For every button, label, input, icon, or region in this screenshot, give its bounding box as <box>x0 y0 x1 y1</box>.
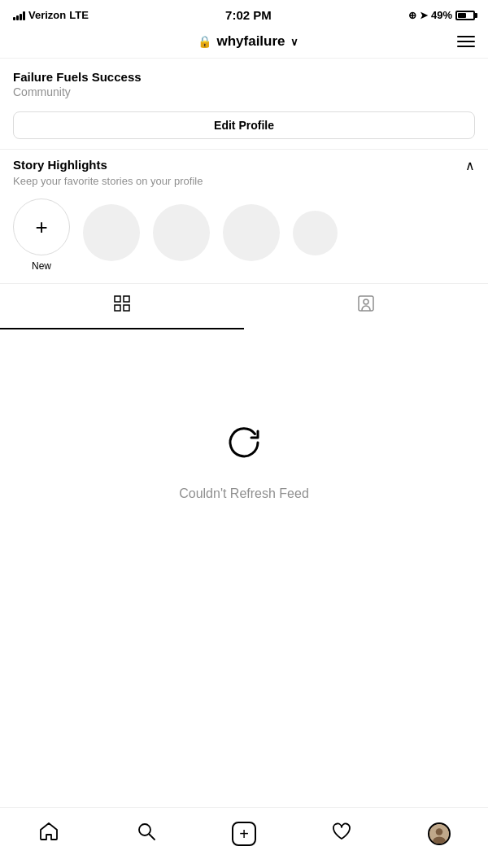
edit-profile-button[interactable]: Edit Profile <box>13 111 475 139</box>
network-label: LTE <box>69 9 89 21</box>
svg-point-9 <box>436 828 443 835</box>
highlight-circle-3 <box>223 204 280 261</box>
tagged-icon <box>356 294 376 318</box>
highlight-new-circle: + <box>13 198 70 255</box>
profile-tabs <box>0 283 488 329</box>
svg-rect-2 <box>115 305 120 311</box>
highlights-row: + New <box>13 198 475 283</box>
story-highlights-section: Story Highlights ∧ Keep your favorite st… <box>0 149 488 283</box>
arrow-icon: ➤ <box>420 10 428 21</box>
username-text: whyfailure <box>216 33 285 50</box>
highlights-header: Story Highlights ∧ <box>13 158 475 173</box>
svg-rect-0 <box>115 296 120 302</box>
lock-icon: 🔒 <box>198 35 211 48</box>
highlight-new-button[interactable]: + New <box>13 198 70 272</box>
search-nav-button[interactable] <box>129 816 164 852</box>
carrier-label: Verizon <box>28 9 66 21</box>
home-nav-button[interactable] <box>31 816 67 852</box>
plus-icon: + <box>35 216 47 238</box>
svg-rect-1 <box>124 296 129 302</box>
highlight-new-label: New <box>32 260 51 272</box>
highlight-circle-1 <box>83 204 140 261</box>
highlights-title: Story Highlights <box>13 158 107 172</box>
time-label: 7:02 PM <box>225 8 272 22</box>
highlight-circle-2 <box>153 204 210 261</box>
tab-grid[interactable] <box>0 284 244 329</box>
highlight-placeholder-4[interactable] <box>293 211 338 260</box>
status-left: Verizon LTE <box>13 9 89 21</box>
add-nav-button[interactable]: + <box>226 816 262 852</box>
highlight-placeholder-1[interactable] <box>83 204 140 266</box>
tab-tagged[interactable] <box>244 284 488 329</box>
highlights-subtitle: Keep your favorite stories on your profi… <box>13 175 475 187</box>
svg-line-7 <box>150 835 155 840</box>
profile-name: Failure Fuels Success <box>13 70 475 84</box>
battery-icon <box>455 11 475 20</box>
bottom-nav: + <box>0 807 488 868</box>
refresh-icon-container <box>220 418 268 470</box>
highlight-placeholder-3[interactable] <box>223 204 280 266</box>
feed-content-area: Couldn't Refresh Feed <box>0 329 488 590</box>
profile-type: Community <box>13 85 475 98</box>
highlight-circle-4 <box>293 211 338 255</box>
heart-icon <box>331 821 352 847</box>
home-icon <box>38 821 59 847</box>
status-bar: Verizon LTE 7:02 PM ⊕ ➤ 49% <box>0 0 488 27</box>
search-icon <box>136 821 157 847</box>
add-icon: + <box>232 822 256 846</box>
profile-nav-button[interactable] <box>421 816 457 852</box>
battery-label: 49% <box>431 9 452 21</box>
profile-info: Failure Fuels Success Community <box>0 59 488 107</box>
header-username[interactable]: 🔒 whyfailure ∨ <box>198 33 298 50</box>
highlights-collapse-button[interactable]: ∧ <box>465 158 475 173</box>
svg-rect-4 <box>359 296 373 311</box>
likes-nav-button[interactable] <box>324 816 359 852</box>
refresh-icon <box>220 418 268 467</box>
location-icon: ⊕ <box>408 10 416 21</box>
signal-icon <box>13 11 25 20</box>
grid-icon <box>112 294 132 318</box>
status-right: ⊕ ➤ 49% <box>408 9 475 21</box>
svg-rect-3 <box>124 305 129 311</box>
profile-avatar <box>428 822 451 845</box>
menu-button[interactable] <box>457 36 475 47</box>
chevron-down-icon: ∨ <box>290 36 298 48</box>
highlight-placeholder-2[interactable] <box>153 204 210 266</box>
feed-error-message: Couldn't Refresh Feed <box>179 486 309 501</box>
header: 🔒 whyfailure ∨ <box>0 27 488 59</box>
svg-point-5 <box>364 299 368 304</box>
